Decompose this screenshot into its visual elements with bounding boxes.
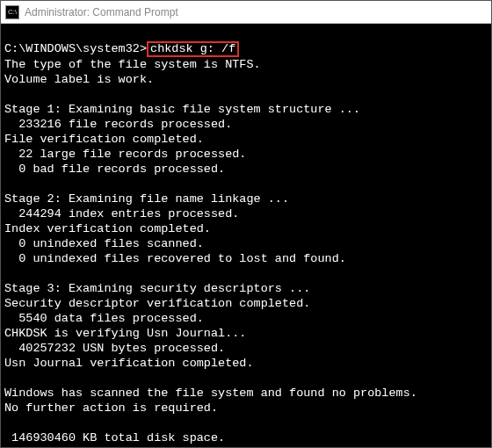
output-line: Stage 1: Examining basic file system str… [4,103,360,116]
command-text: chkdsk g: /f [150,42,235,55]
output-line: CHKDSK is verifying Usn Journal... [4,327,246,340]
output-line: No further action is required. [4,401,218,415]
output-line: Security descriptor verification complet… [4,297,310,310]
window-title: Administrator: Command Prompt [25,6,178,18]
output-line: Index verification completed. [4,222,211,235]
output-line: File verification completed. [4,133,204,146]
output-line: 40257232 USN bytes processed. [4,342,225,355]
output-line: 233216 file records processed. [4,118,232,131]
output-line: 22 large file records processed. [4,148,246,161]
output-line: Volume label is work. [4,73,154,86]
output-line: 0 unindexed files scanned. [4,237,204,250]
window-titlebar[interactable]: C:\ Administrator: Command Prompt [1,1,491,24]
output-line: Stage 3: Examining security descriptors … [4,282,310,295]
cmd-icon: C:\ [5,5,19,19]
command-prompt: C:\WINDOWS\system32> [4,42,147,55]
output-line: 146930460 KB total disk space. [4,431,225,444]
command-highlight: chkdsk g: /f [147,41,239,57]
output-line: 244294 index entries processed. [4,207,239,220]
output-line: 0 unindexed files recovered to lost and … [4,252,346,265]
terminal-output[interactable]: C:\WINDOWS\system32>chkdsk g: /f The typ… [1,24,491,448]
output-line: 5540 data files processed. [4,312,204,325]
output-line: 0 bad file records processed. [4,163,225,176]
output-line: Windows has scanned the file system and … [4,387,417,400]
output-line: The type of the file system is NTFS. [4,58,261,71]
output-line: Usn Journal verification completed. [4,357,254,370]
output-line: Stage 2: Examining file name linkage ... [4,192,289,206]
